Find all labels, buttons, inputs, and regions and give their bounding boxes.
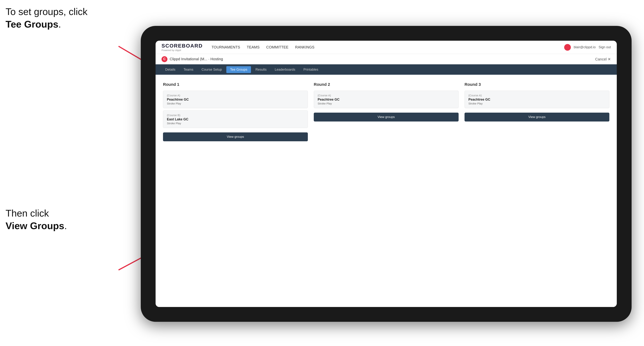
- cancel-button[interactable]: Cancel ✕: [595, 57, 611, 61]
- round-1-course-b-format: Stroke Play: [167, 122, 304, 125]
- round-2-course-a-card: (Course A) Peachtree GC Stroke Play: [314, 91, 458, 108]
- tablet-device: SCOREBOARD Powered by clippit TOURNAMENT…: [141, 26, 632, 322]
- nav-right: blair@clippd.io Sign out: [564, 44, 611, 51]
- tab-results[interactable]: Results: [252, 66, 270, 73]
- breadcrumb-bar: C Clippd Invitational (M... · Hosting Ca…: [156, 54, 617, 64]
- tab-printables[interactable]: Printables: [300, 66, 322, 73]
- round-2-course-a-name: Peachtree GC: [318, 98, 455, 102]
- round-3-course-a-label: (Course A): [468, 94, 606, 97]
- round-2-course-a-label: (Course A): [318, 94, 455, 97]
- round-1-course-b-name: East Lake GC: [167, 117, 304, 121]
- breadcrumb-title: Clippd Invitational (M... · Hosting: [170, 57, 223, 61]
- logo-sub: Powered by clippit: [162, 49, 181, 52]
- instruction-bottom-line1: Then click: [6, 208, 49, 219]
- breadcrumb-left: C Clippd Invitational (M... · Hosting: [162, 56, 223, 62]
- round-1-course-b-label: (Course B): [167, 114, 304, 117]
- instruction-top-bold: Tee Groups: [6, 19, 58, 30]
- instruction-top-period: .: [58, 19, 61, 30]
- nav-links: TOURNAMENTS TEAMS COMMITTEE RANKINGS: [212, 45, 314, 49]
- main-content: Round 1 (Course A) Peachtree GC Stroke P…: [156, 75, 617, 307]
- round-2-course-a-format: Stroke Play: [318, 102, 455, 105]
- tab-tee-groups[interactable]: Tee Groups: [226, 66, 251, 73]
- logo-area: SCOREBOARD Powered by clippit: [162, 43, 203, 52]
- rounds-container: Round 1 (Course A) Peachtree GC Stroke P…: [163, 82, 609, 141]
- tab-course-setup[interactable]: Course Setup: [198, 66, 226, 73]
- instruction-top: To set groups, click Tee Groups.: [6, 5, 88, 30]
- round-2-column: Round 2 (Course A) Peachtree GC Stroke P…: [314, 82, 458, 141]
- round-1-course-b-card: (Course B) East Lake GC Stroke Play: [163, 110, 308, 128]
- nav-committee[interactable]: COMMITTEE: [266, 45, 288, 49]
- round-3-view-groups-button[interactable]: View groups: [464, 113, 609, 122]
- round-1-view-groups-button[interactable]: View groups: [163, 132, 308, 141]
- round-3-course-a-card: (Course A) Peachtree GC Stroke Play: [464, 91, 609, 108]
- sign-out-link[interactable]: Sign out: [598, 45, 611, 49]
- instruction-bottom-period: .: [64, 220, 67, 231]
- round-1-column: Round 1 (Course A) Peachtree GC Stroke P…: [163, 82, 308, 141]
- logo-main: SCOREBOARD: [162, 43, 203, 49]
- instruction-bottom-bold: View Groups: [6, 220, 64, 231]
- round-1-course-a-name: Peachtree GC: [167, 98, 304, 102]
- breadcrumb-icon: C: [162, 56, 168, 62]
- round-3-title: Round 3: [464, 82, 609, 87]
- round-1-course-a-card: (Course A) Peachtree GC Stroke Play: [163, 91, 308, 108]
- round-3-column: Round 3 (Course A) Peachtree GC Stroke P…: [464, 82, 609, 141]
- instruction-top-line1: To set groups, click: [6, 6, 88, 17]
- round-1-title: Round 1: [163, 82, 308, 87]
- top-nav: SCOREBOARD Powered by clippit TOURNAMENT…: [156, 41, 617, 54]
- round-1-course-a-label: (Course A): [167, 94, 304, 97]
- tab-details[interactable]: Details: [162, 66, 179, 73]
- user-avatar: [564, 44, 571, 51]
- tablet-screen: SCOREBOARD Powered by clippit TOURNAMENT…: [156, 41, 617, 307]
- user-email: blair@clippd.io: [574, 45, 596, 49]
- round-3-course-a-format: Stroke Play: [468, 102, 606, 105]
- round-3-course-a-name: Peachtree GC: [468, 98, 606, 102]
- nav-left: SCOREBOARD Powered by clippit TOURNAMENT…: [162, 43, 314, 52]
- instruction-bottom: Then click View Groups.: [6, 207, 67, 232]
- nav-teams[interactable]: TEAMS: [247, 45, 260, 49]
- round-2-title: Round 2: [314, 82, 458, 87]
- round-2-view-groups-button[interactable]: View groups: [314, 113, 458, 122]
- logo-text: SCOREBOARD: [162, 43, 203, 49]
- tab-teams[interactable]: Teams: [180, 66, 197, 73]
- nav-tournaments[interactable]: TOURNAMENTS: [212, 45, 240, 49]
- round-1-course-a-format: Stroke Play: [167, 102, 304, 105]
- nav-rankings[interactable]: RANKINGS: [295, 45, 314, 49]
- tab-leaderboards[interactable]: Leaderboards: [271, 66, 299, 73]
- sub-nav: Details Teams Course Setup Tee Groups Re…: [156, 64, 617, 75]
